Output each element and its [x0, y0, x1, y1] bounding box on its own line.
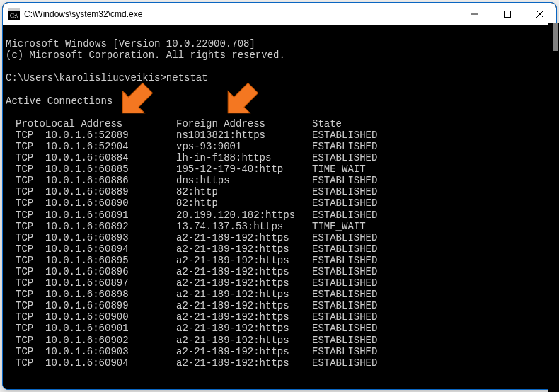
connection-row: TCP10.0.1.6:52904vps-93:9001ESTABLISHED	[6, 141, 553, 152]
scrollbar[interactable]	[548, 23, 557, 390]
cell-proto: TCP	[6, 129, 45, 141]
connection-row: TCP10.0.1.6:60901a2-21-189-192:httpsESTA…	[6, 323, 553, 334]
command-prompt-window: C:\ C:\Windows\system32\cmd.exe Microsof…	[2, 2, 557, 390]
cell-proto: TCP	[6, 335, 45, 346]
maximize-button[interactable]	[491, 3, 524, 25]
cell-local: 10.0.1.6:60894	[45, 243, 176, 255]
connection-row: TCP10.0.1.6:6089213.74.137.53:httpsTIME_…	[6, 221, 553, 232]
cell-state: ESTABLISHED	[312, 255, 553, 266]
cell-state: ESTABLISHED	[312, 300, 553, 311]
cell-foreign: a2-21-189-192:https	[176, 311, 312, 323]
cell-foreign: a2-21-189-192:https	[176, 289, 312, 300]
cell-proto: TCP	[6, 221, 45, 232]
cell-state: TIME_WAIT	[312, 221, 553, 232]
cell-local: 10.0.1.6:60903	[45, 346, 176, 357]
cell-proto: TCP	[6, 277, 45, 289]
cell-state: ESTABLISHED	[312, 175, 553, 186]
cell-local: 10.0.1.6:60902	[45, 335, 176, 346]
connection-row: TCP10.0.1.6:6089120.199.120.182:httpsEST…	[6, 209, 553, 221]
cell-local: 10.0.1.6:60898	[45, 289, 176, 300]
terminal-output[interactable]: Microsoft Windows [Version 10.0.22000.70…	[3, 25, 556, 389]
cell-local: 10.0.1.6:60896	[45, 266, 176, 277]
cell-local: 10.0.1.6:60901	[45, 323, 176, 334]
section-title: Active Connections	[6, 96, 113, 107]
cell-state: ESTABLISHED	[312, 141, 553, 152]
cell-local: 10.0.1.6:60890	[45, 197, 176, 209]
cell-state: ESTABLISHED	[312, 311, 553, 323]
window-controls	[459, 3, 556, 25]
cell-foreign: a2-21-189-192:https	[176, 323, 312, 334]
connection-row: TCP10.0.1.6:60886dns:httpsESTABLISHED	[6, 175, 553, 186]
titlebar[interactable]: C:\ C:\Windows\system32\cmd.exe	[3, 3, 556, 25]
cell-state: ESTABLISHED	[312, 186, 553, 197]
connection-row: TCP10.0.1.6:60884lh-in-f188:httpsESTABLI…	[6, 152, 553, 163]
cell-proto: TCP	[6, 163, 45, 175]
cell-local: 10.0.1.6:60891	[45, 209, 176, 221]
cell-state: ESTABLISHED	[312, 243, 553, 255]
banner-line-1: Microsoft Windows [Version 10.0.22000.70…	[6, 38, 255, 50]
cell-local: 10.0.1.6:60895	[45, 255, 176, 266]
cell-foreign: ns1013821:https	[176, 129, 312, 141]
cell-local: 10.0.1.6:60886	[45, 175, 176, 186]
header-foreign-address: Foreign Address	[176, 118, 312, 129]
cell-proto: TCP	[6, 232, 45, 243]
cell-state: TIME_WAIT	[312, 163, 553, 175]
banner-line-2: (c) Microsoft Corporation. All rights re…	[6, 50, 285, 61]
cell-proto: TCP	[6, 266, 45, 277]
connection-row: TCP10.0.1.6:60893a2-21-189-192:httpsESTA…	[6, 232, 553, 243]
cell-state: ESTABLISHED	[312, 357, 553, 369]
svg-rect-1	[8, 8, 20, 11]
cell-foreign: a2-21-189-192:https	[176, 266, 312, 277]
cell-local: 10.0.1.6:60889	[45, 186, 176, 197]
connection-row: TCP10.0.1.6:60895a2-21-189-192:httpsESTA…	[6, 255, 553, 266]
cell-proto: TCP	[6, 152, 45, 163]
cell-foreign: lh-in-f188:https	[176, 152, 312, 163]
cell-state: ESTABLISHED	[312, 232, 553, 243]
cell-foreign: a2-21-189-192:https	[176, 277, 312, 289]
cmd-icon: C:\	[8, 8, 20, 20]
header-proto: Proto	[6, 118, 45, 129]
cell-state: ESTABLISHED	[312, 209, 553, 221]
cell-local: 10.0.1.6:60904	[45, 357, 176, 369]
cell-foreign: a2-21-189-192:https	[176, 300, 312, 311]
cell-foreign: vps-93:9001	[176, 141, 312, 152]
cell-local: 10.0.1.6:60893	[45, 232, 176, 243]
connection-row: TCP10.0.1.6:52889ns1013821:httpsESTABLIS…	[6, 129, 553, 141]
svg-rect-4	[505, 11, 511, 18]
cell-proto: TCP	[6, 255, 45, 266]
minimize-button[interactable]	[459, 3, 491, 25]
cell-proto: TCP	[6, 186, 45, 197]
connection-row: TCP10.0.1.6:60902a2-21-189-192:httpsESTA…	[6, 335, 553, 346]
cell-local: 10.0.1.6:52904	[45, 141, 176, 152]
connection-row: TCP10.0.1.6:60898a2-21-189-192:httpsESTA…	[6, 289, 553, 300]
svg-text:C:\: C:\	[10, 12, 18, 19]
cell-foreign: dns:https	[176, 175, 312, 186]
cell-proto: TCP	[6, 197, 45, 209]
cell-proto: TCP	[6, 357, 45, 369]
connection-row: TCP10.0.1.6:60903a2-21-189-192:httpsESTA…	[6, 346, 553, 357]
cell-foreign: a2-21-189-192:https	[176, 335, 312, 346]
cell-state: ESTABLISHED	[312, 129, 553, 141]
cell-foreign: 20.199.120.182:https	[176, 209, 312, 221]
cell-local: 10.0.1.6:60897	[45, 277, 176, 289]
cell-foreign: a2-21-189-192:https	[176, 357, 312, 369]
cell-proto: TCP	[6, 175, 45, 186]
cell-state: ESTABLISHED	[312, 346, 553, 357]
prompt-path: C:\Users\karolisliucveikis>	[6, 72, 166, 83]
cell-state: ESTABLISHED	[312, 197, 553, 209]
header-state: State	[312, 118, 553, 129]
scrollbar-thumb[interactable]	[553, 23, 557, 51]
connection-row: TCP10.0.1.6:6088982:httpESTABLISHED	[6, 186, 553, 197]
connection-row: TCP10.0.1.6:60885195-12-179-40:httpTIME_…	[6, 163, 553, 175]
cell-foreign: 13.74.137.53:https	[176, 221, 312, 232]
cell-foreign: 195-12-179-40:http	[176, 163, 312, 175]
cell-proto: TCP	[6, 346, 45, 357]
connection-row: TCP10.0.1.6:60899a2-21-189-192:httpsESTA…	[6, 300, 553, 311]
connection-row: TCP10.0.1.6:60894a2-21-189-192:httpsESTA…	[6, 243, 553, 255]
cell-state: ESTABLISHED	[312, 323, 553, 334]
cell-local: 10.0.1.6:60884	[45, 152, 176, 163]
connection-row: TCP10.0.1.6:60897a2-21-189-192:httpsESTA…	[6, 277, 553, 289]
cell-proto: TCP	[6, 141, 45, 152]
cell-local: 10.0.1.6:60900	[45, 311, 176, 323]
cell-foreign: a2-21-189-192:https	[176, 232, 312, 243]
